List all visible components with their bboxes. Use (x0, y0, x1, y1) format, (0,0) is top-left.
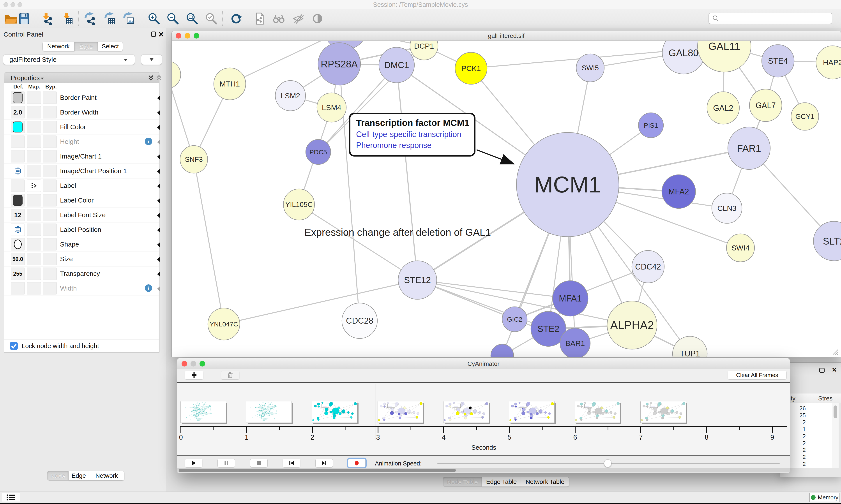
table-cell-value[interactable]: 1 (803, 426, 806, 433)
def-cell[interactable] (11, 91, 25, 104)
byp-cell[interactable] (43, 209, 57, 221)
frame-thumbnail-7[interactable] (640, 401, 686, 423)
byp-cell[interactable] (43, 180, 57, 192)
def-cell[interactable]: 2.0 (11, 106, 25, 119)
network-node-pb[interactable] (491, 344, 514, 357)
tab-select[interactable]: Select (98, 41, 123, 51)
network-node-RPS28A[interactable]: RPS28A (318, 43, 360, 85)
style-select-dropdown[interactable]: galFiltered Style (3, 54, 135, 65)
collapse-all-icon[interactable] (156, 75, 162, 81)
network-node-SWI5[interactable]: SWI5 (576, 54, 604, 82)
property-row-image-chart-position-1[interactable]: Image/Chart Position 1 (4, 164, 159, 178)
property-row-height[interactable]: Heighti (4, 134, 159, 149)
frame-thumbnail-4[interactable] (443, 401, 489, 423)
network-node-STE4[interactable]: STE4 (762, 45, 794, 77)
network-node-GAL11[interactable]: GAL11 (698, 41, 751, 72)
network-node-CDC42[interactable]: CDC42 (632, 250, 664, 283)
panel-tab-network[interactable]: Network (89, 471, 124, 481)
lock-size-checkbox[interactable] (10, 342, 18, 350)
map-cell[interactable] (27, 165, 41, 177)
property-row-transparency[interactable]: 255Transparency (4, 267, 159, 281)
frame-thumbnail-2[interactable] (312, 401, 357, 423)
timeline-scrollbar[interactable] (177, 468, 790, 472)
byp-cell[interactable] (43, 268, 57, 280)
map-cell[interactable] (27, 209, 41, 221)
expand-row-icon[interactable] (156, 110, 161, 116)
frame-thumbnail-1[interactable] (246, 401, 292, 423)
network-node-SWI4[interactable]: SWI4 (727, 234, 754, 262)
zoom-in-icon[interactable] (147, 12, 161, 25)
resize-grip[interactable] (830, 347, 839, 355)
def-cell[interactable]: 255 (11, 268, 25, 280)
task-history-button[interactable] (2, 493, 20, 502)
annotation-link[interactable]: Cell-type-specific transcription (356, 130, 474, 139)
open-folder-icon[interactable] (4, 12, 17, 25)
map-cell[interactable] (27, 268, 41, 280)
float-window-icon[interactable] (151, 32, 156, 37)
panel-tab-edge[interactable]: Edge (69, 471, 89, 481)
zoom-fit-icon[interactable] (185, 12, 199, 25)
byp-cell[interactable] (43, 136, 57, 148)
export-image-icon[interactable] (122, 12, 135, 25)
expand-row-icon[interactable] (156, 227, 161, 234)
network-node-PDC5[interactable]: PDC5 (306, 140, 331, 164)
expand-row-icon[interactable] (156, 125, 161, 131)
network-node-lc[interactable] (172, 61, 181, 88)
def-cell[interactable] (11, 238, 25, 250)
cyanimator-titlebar[interactable]: CyAnimator (177, 358, 790, 369)
map-cell[interactable] (27, 194, 41, 206)
expand-row-icon[interactable] (156, 257, 161, 263)
search-box[interactable] (709, 13, 832, 24)
expand-row-icon[interactable] (156, 213, 161, 219)
network-node-YNL047C[interactable]: YNL047C (208, 308, 240, 340)
def-cell[interactable] (11, 282, 25, 294)
network-node-SNF3[interactable]: SNF3 (180, 146, 208, 173)
table-cell-value[interactable]: 2 (803, 440, 806, 447)
frame-thumbnail-3[interactable] (378, 401, 423, 423)
property-row-label-font-size[interactable]: 12Label Font Size (4, 208, 159, 222)
def-cell[interactable] (11, 194, 25, 206)
record-button[interactable] (348, 459, 365, 467)
network-node-TUP1[interactable]: TUP1 (673, 336, 707, 357)
expand-all-icon[interactable] (148, 75, 154, 81)
previous-frame-button[interactable] (283, 459, 300, 467)
network-node-DMC1[interactable]: DMC1 (379, 47, 414, 83)
network-node-PCK1[interactable]: PCK1 (455, 52, 487, 84)
speed-slider-handle[interactable] (604, 459, 611, 467)
map-cell[interactable] (27, 253, 41, 265)
network-node-GIC2[interactable]: GIC2 (502, 307, 527, 332)
map-cell[interactable] (27, 150, 41, 162)
expand-row-icon[interactable] (156, 286, 161, 292)
info-icon[interactable]: i (145, 284, 152, 292)
byp-cell[interactable] (43, 91, 57, 104)
annotation-link[interactable]: Pheromone response (356, 141, 474, 150)
frame-thumbnail-5[interactable] (509, 401, 555, 423)
network-node-LSM2[interactable]: LSM2 (275, 80, 305, 111)
def-cell[interactable] (11, 223, 25, 236)
byp-cell[interactable] (43, 121, 57, 133)
refresh-layout-icon[interactable] (230, 12, 243, 25)
property-row-border-paint[interactable]: Border Paint (4, 90, 159, 105)
property-row-width[interactable]: Widthi (4, 281, 159, 296)
panel-tab-node[interactable]: Node (47, 471, 69, 481)
byp-cell[interactable] (43, 194, 57, 206)
network-node-SLT2[interactable]: SLT2 (813, 221, 841, 261)
table-cell-value[interactable]: 2 (803, 447, 806, 453)
def-cell[interactable] (11, 121, 25, 133)
network-edge-ynl047c-ste12[interactable] (224, 280, 417, 324)
network-node-LSM4[interactable]: LSM4 (317, 93, 346, 122)
map-cell[interactable] (27, 136, 41, 148)
network-node-GAL7[interactable]: GAL7 (749, 89, 782, 122)
table-cell-value[interactable]: 2 (803, 461, 806, 467)
expand-row-icon[interactable] (156, 154, 161, 161)
column-header-centrality[interactable]: ity (789, 395, 795, 402)
def-cell[interactable] (11, 136, 25, 148)
save-session-icon[interactable] (18, 12, 31, 25)
property-row-label-color[interactable]: Label Color (4, 193, 159, 208)
network-node-FAR1[interactable]: FAR1 (728, 127, 770, 169)
table-cell-value[interactable]: 26 (799, 405, 806, 412)
network-node-PIS1[interactable]: PIS1 (639, 113, 663, 138)
network-node-ALPHA2[interactable]: ALPHA2 (607, 301, 657, 349)
network-node-BAR1[interactable]: BAR1 (560, 328, 590, 357)
map-cell[interactable] (27, 180, 41, 192)
